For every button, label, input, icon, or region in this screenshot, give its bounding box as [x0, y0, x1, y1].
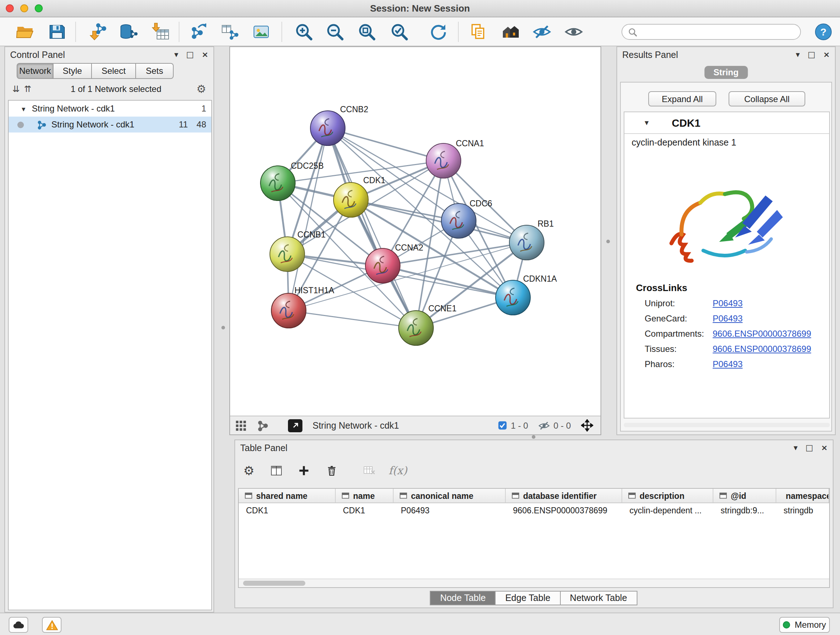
network-collection-row[interactable]: ▾ String Network - cdk1 1: [9, 101, 211, 117]
collapse-all-button[interactable]: Collapse All: [729, 91, 805, 106]
export-image-button[interactable]: [249, 20, 273, 43]
node-CCNB2[interactable]: [310, 111, 345, 146]
open-in-new-window-button[interactable]: [288, 419, 302, 432]
tab-edge-table[interactable]: Edge Table: [495, 591, 561, 605]
import-network-database-button[interactable]: [117, 20, 141, 43]
cell-canonical-name[interactable]: P06493: [393, 503, 506, 517]
node-HIST1H1A[interactable]: [271, 293, 306, 328]
column-header[interactable]: description: [622, 489, 714, 502]
splitter-handle[interactable]: [606, 240, 610, 243]
warnings-button[interactable]: [42, 617, 62, 633]
splitter-handle[interactable]: [221, 326, 225, 329]
pan-move-icon[interactable]: [581, 419, 593, 432]
column-header[interactable]: shared name: [239, 489, 336, 502]
cell-name[interactable]: CDK1: [336, 503, 393, 517]
gear-icon[interactable]: ⚙: [196, 82, 206, 96]
node-RB1[interactable]: [509, 225, 544, 260]
panel-menu-icon[interactable]: ▾: [174, 51, 178, 59]
memory-button[interactable]: Memory: [779, 617, 830, 633]
node-CDKN1A[interactable]: [496, 280, 531, 315]
zoom-fit-button[interactable]: [355, 20, 379, 43]
birdseye-button[interactable]: [252, 417, 273, 434]
zoom-in-button[interactable]: [292, 20, 316, 43]
hide-selected-button[interactable]: [530, 20, 554, 43]
tree-expander-icon[interactable]: ▾: [22, 105, 32, 112]
table-row[interactable]: CDK1 CDK1 P06493 9606.ENSP00000378699 cy…: [239, 503, 829, 517]
panel-close-icon[interactable]: ×: [821, 444, 828, 452]
tab-select[interactable]: Select: [92, 63, 136, 79]
network-graph[interactable]: CCNB2CCNA1CDC25BCDK1CDC6RB1CCNB1CCNA2CDK…: [230, 47, 600, 416]
table-settings-gear-icon[interactable]: ⚙: [241, 463, 257, 478]
scrollbar-thumb[interactable]: [243, 581, 305, 586]
node-CCNB1[interactable]: [270, 237, 305, 272]
edge-RB1-HIST1H1A[interactable]: [289, 242, 527, 310]
crosslink-link[interactable]: P06493: [713, 314, 743, 324]
node-CCNA2[interactable]: [365, 249, 400, 283]
cell-description[interactable]: cyclin-dependent ...: [622, 503, 714, 517]
zoom-selected-button[interactable]: [387, 20, 412, 43]
edge-CCNB2-CCNE1[interactable]: [328, 128, 416, 328]
open-session-button[interactable]: [13, 20, 38, 43]
cell-namespace[interactable]: stringdb: [776, 503, 829, 517]
cell-shared-name[interactable]: CDK1: [239, 503, 336, 517]
delete-column-trash-icon[interactable]: [324, 463, 339, 478]
splitter-handle[interactable]: [532, 435, 535, 439]
crosslink-link[interactable]: 9606.ENSP00000378699: [713, 329, 811, 339]
cell-database-identifier[interactable]: 9606.ENSP00000378699: [506, 503, 622, 517]
panel-menu-icon[interactable]: ▾: [794, 444, 798, 452]
help-button[interactable]: ?: [811, 20, 836, 43]
selected-checkbox-icon[interactable]: [498, 421, 507, 430]
crosslink-link[interactable]: P06493: [713, 359, 743, 369]
cell-id[interactable]: stringdb:9...: [714, 503, 776, 517]
show-all-button[interactable]: [561, 20, 586, 43]
copy-document-button[interactable]: [466, 20, 491, 43]
add-column-icon[interactable]: [296, 463, 312, 478]
collapse-all-icon[interactable]: ⇈: [24, 84, 31, 94]
panel-close-icon[interactable]: ×: [202, 51, 208, 59]
column-header[interactable]: canonical name: [393, 489, 506, 502]
search-box[interactable]: [622, 24, 801, 40]
expand-all-button[interactable]: Expand All: [648, 91, 716, 106]
hidden-eye-slash-icon[interactable]: [538, 420, 550, 431]
column-header[interactable]: namespace: [776, 489, 829, 502]
gene-card-header[interactable]: ▾ CDK1: [624, 112, 829, 134]
panel-float-icon[interactable]: □: [186, 51, 194, 59]
panel-menu-icon[interactable]: ▾: [796, 51, 800, 59]
crosslink-link[interactable]: P06493: [713, 298, 743, 309]
node-CCNA1[interactable]: [426, 143, 461, 178]
node-CDC25B[interactable]: [261, 166, 295, 201]
network-row[interactable]: String Network - cdk1 11 48: [9, 117, 211, 133]
table-horizontal-scrollbar[interactable]: [239, 578, 829, 587]
cloud-status-button[interactable]: [9, 617, 28, 633]
tab-style[interactable]: Style: [54, 63, 92, 79]
tab-node-table[interactable]: Node Table: [430, 591, 496, 605]
edge-CCNE1-HIST1H1A[interactable]: [289, 310, 416, 328]
show-columns-icon[interactable]: [268, 463, 284, 478]
new-network-button[interactable]: [187, 20, 211, 43]
save-session-button[interactable]: [45, 20, 69, 43]
import-table-file-button[interactable]: [148, 20, 173, 43]
apply-layout-button[interactable]: [426, 20, 451, 43]
edge-CCNB2-HIST1H1A[interactable]: [289, 128, 328, 310]
crosslink-link[interactable]: 9606.ENSP00000378699: [713, 344, 811, 354]
grid-view-button[interactable]: [230, 417, 252, 434]
panel-close-icon[interactable]: ×: [823, 51, 830, 59]
tab-network-table[interactable]: Network Table: [560, 591, 637, 605]
column-header[interactable]: name: [336, 489, 393, 502]
tab-string[interactable]: String: [704, 66, 748, 79]
import-network-file-button[interactable]: [85, 20, 110, 43]
results-scrollbar[interactable]: [624, 423, 830, 427]
zoom-out-button[interactable]: [323, 20, 347, 43]
collapse-section-icon[interactable]: ▾: [645, 118, 649, 127]
network-canvas[interactable]: CCNB2CCNA1CDC25BCDK1CDC6RB1CCNB1CCNA2CDK…: [230, 47, 600, 416]
search-input[interactable]: [641, 27, 800, 37]
home-neighbors-button[interactable]: [499, 20, 523, 43]
column-header[interactable]: database identifier: [506, 489, 622, 502]
tab-network[interactable]: Network: [17, 63, 54, 79]
node-CDK1[interactable]: [333, 182, 368, 217]
node-CDC6[interactable]: [441, 203, 476, 238]
network-from-table-button[interactable]: [218, 20, 242, 43]
panel-float-icon[interactable]: □: [808, 51, 815, 59]
panel-float-icon[interactable]: □: [806, 444, 813, 452]
column-header[interactable]: @id: [714, 489, 776, 502]
